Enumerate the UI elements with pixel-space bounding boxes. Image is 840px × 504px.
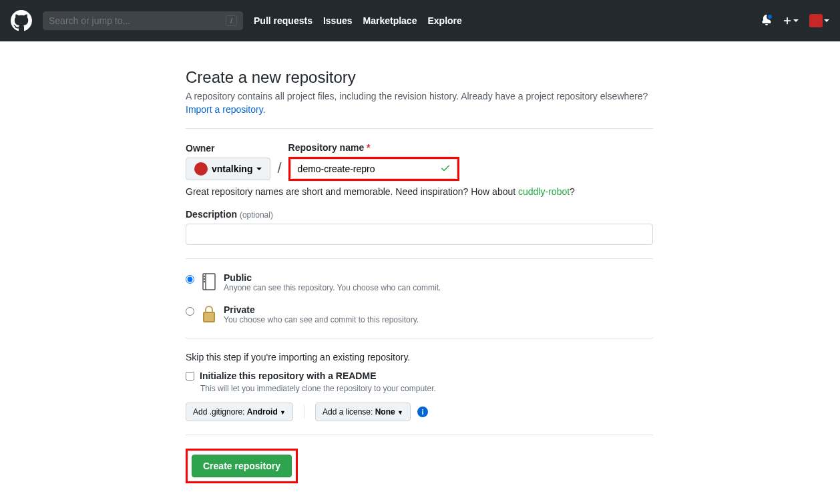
lock-icon [201,304,217,323]
nav-issues[interactable]: Issues [323,15,353,26]
owner-repo-row: Owner vntalking / Repository name * [186,142,653,181]
divider [186,258,653,259]
slash-key-icon: / [226,15,237,26]
info-icon[interactable] [417,407,428,417]
nav-links: Pull requests Issues Marketplace Explore [254,15,462,26]
nav-explore[interactable]: Explore [427,15,461,26]
repo-name-hint: Great repository names are short and mem… [186,186,653,197]
readme-checkbox-row[interactable]: Initialize this repository with a README [186,370,653,381]
notifications-icon[interactable] [761,15,772,27]
notification-dot [767,13,773,20]
create-repository-button[interactable]: Create repository [192,455,292,477]
repo-name-highlight [288,157,459,181]
public-title: Public [224,272,441,283]
header-right [761,14,829,27]
owner-avatar [194,162,208,176]
owner-select[interactable]: vntalking [186,158,270,180]
divider [186,435,653,435]
svg-point-3 [204,279,205,280]
nav-pull-requests[interactable]: Pull requests [254,15,312,26]
main-content: Create a new repository A repository con… [186,68,653,483]
caret-down-icon [824,19,829,22]
check-icon [440,163,451,176]
gitignore-select[interactable]: Add .gitignore: Android ▼ [186,403,293,421]
private-sub: You choose who can see and commit to thi… [224,315,419,324]
import-repo-link[interactable]: Import a repository. [186,104,266,115]
page-title: Create a new repository [186,68,653,87]
repo-icon [201,272,217,291]
readme-sub: This will let you immediately clone the … [200,384,653,393]
private-title: Private [224,304,419,315]
divider [186,128,653,129]
description-input[interactable] [186,224,653,245]
caret-down-icon [256,168,262,170]
visibility-private[interactable]: Private You choose who can see and commi… [186,304,653,324]
options-row: Add .gitignore: Android ▼ Add a license:… [186,403,653,421]
svg-rect-5 [204,312,214,322]
public-radio[interactable] [186,275,194,284]
name-suggestion[interactable]: cuddly-robot [518,186,570,197]
plus-menu[interactable] [783,16,799,25]
search-input[interactable] [49,15,226,26]
repo-name-label: Repository name * [288,142,459,153]
license-select[interactable]: Add a license: None ▼ [315,403,411,421]
public-sub: Anyone can see this repository. You choo… [224,283,441,292]
divider [186,338,653,338]
repo-name-input[interactable] [290,159,457,179]
nav-marketplace[interactable]: Marketplace [363,15,417,26]
owner-label: Owner [186,143,270,154]
description-label: Description (optional) [186,209,273,220]
visibility-public[interactable]: Public Anyone can see this repository. Y… [186,272,653,292]
skip-text: Skip this step if you're importing an ex… [186,352,653,362]
submit-highlight: Create repository [186,449,298,483]
user-menu[interactable] [809,14,829,27]
page-subhead: A repository contains all project files,… [186,91,653,101]
github-logo-icon[interactable] [11,10,32,31]
readme-checkbox[interactable] [186,372,194,381]
avatar [809,14,823,27]
caret-down-icon [793,19,799,22]
svg-point-2 [204,276,205,277]
search-box[interactable]: / [43,11,243,30]
global-header: / Pull requests Issues Marketplace Explo… [0,0,840,41]
readme-title: Initialize this repository with a README [200,370,376,381]
owner-name: vntalking [212,164,252,174]
slash-separator: / [277,160,281,177]
divider [304,405,304,419]
private-radio[interactable] [186,307,194,316]
svg-point-4 [204,282,205,282]
